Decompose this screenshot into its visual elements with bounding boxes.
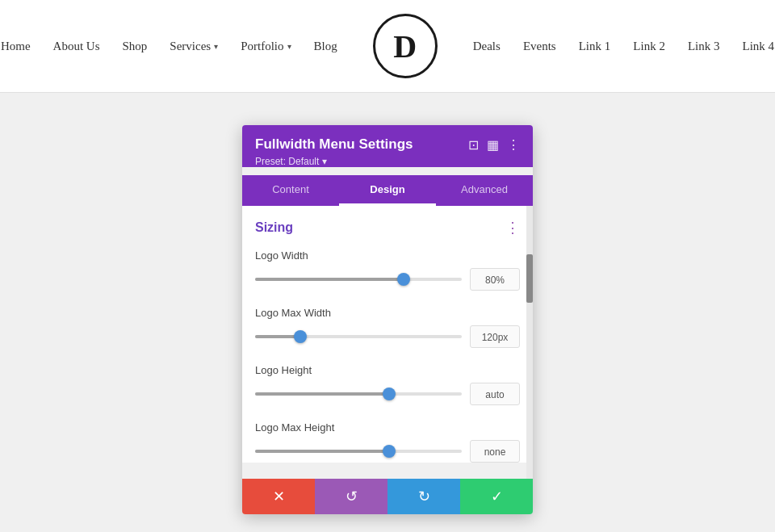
logo-max-width-slider-track[interactable]: [255, 335, 462, 338]
logo-max-height-label: Logo Max Height: [255, 421, 520, 434]
logo-width-thumb[interactable]: [397, 273, 410, 286]
logo-height-slider-track[interactable]: [255, 392, 462, 396]
nav-item-link4[interactable]: Link 4: [742, 40, 774, 53]
main-content: Fullwidth Menu Settings ⊡ ▦ ⋮ Preset: De…: [0, 93, 775, 532]
nav-item-deals[interactable]: Deals: [473, 40, 501, 53]
nav-item-events[interactable]: Events: [523, 40, 556, 53]
nav-item-services[interactable]: Services ▾: [170, 40, 218, 53]
logo-max-width-row: Logo Max Width 120px: [255, 307, 520, 348]
logo-height-fill: [255, 392, 389, 396]
more-icon[interactable]: ⋮: [507, 137, 520, 153]
logo-max-height-value[interactable]: none: [470, 440, 520, 463]
logo-max-height-thumb[interactable]: [383, 445, 396, 458]
logo-max-height-slider-track[interactable]: [255, 450, 462, 453]
nav-item-link2[interactable]: Link 2: [633, 40, 665, 53]
panel-body: Sizing ⋮ Logo Width 80%: [242, 206, 533, 463]
logo-max-width-label: Logo Max Width: [255, 307, 520, 319]
logo-max-height-control: none: [255, 440, 520, 463]
panel-title: Fullwidth Menu Settings: [255, 136, 413, 153]
panel-footer: ✕ ↺ ↻ ✓: [242, 479, 533, 514]
nav-item-blog[interactable]: Blog: [314, 40, 337, 53]
logo-width-label: Logo Width: [255, 249, 520, 262]
navbar: Home About Us Shop Services ▾ Portfolio …: [0, 0, 775, 93]
panel-icons: ⊡ ▦ ⋮: [468, 137, 520, 153]
panel-preset[interactable]: Preset: Default ▾: [255, 156, 520, 167]
redo-button[interactable]: ↻: [388, 479, 460, 514]
logo-width-value[interactable]: 80%: [470, 268, 520, 291]
section-header: Sizing ⋮: [255, 219, 520, 237]
reset-button[interactable]: ↺: [315, 479, 388, 514]
scrollbar-track[interactable]: [526, 206, 533, 479]
panel-body-wrapper: Sizing ⋮ Logo Width 80%: [242, 206, 533, 479]
logo-width-slider-track[interactable]: [255, 278, 462, 281]
logo-max-width-control: 120px: [255, 325, 520, 348]
logo-height-thumb[interactable]: [383, 387, 396, 400]
logo-max-width-thumb[interactable]: [294, 330, 307, 343]
tab-content[interactable]: Content: [242, 175, 339, 206]
section-title: Sizing: [255, 220, 293, 235]
scrollbar-thumb[interactable]: [526, 254, 533, 303]
settings-panel: Fullwidth Menu Settings ⊡ ▦ ⋮ Preset: De…: [242, 125, 533, 514]
logo-height-value[interactable]: auto: [470, 383, 520, 405]
panel-header: Fullwidth Menu Settings ⊡ ▦ ⋮ Preset: De…: [242, 125, 533, 167]
tab-design[interactable]: Design: [339, 175, 436, 206]
nav-item-about[interactable]: About Us: [53, 40, 100, 53]
logo-height-row: Logo Height auto: [255, 364, 520, 405]
panel-tabs: Content Design Advanced: [242, 175, 533, 206]
logo-width-row: Logo Width 80%: [255, 249, 520, 291]
logo-circle: D: [373, 14, 438, 78]
tab-advanced[interactable]: Advanced: [436, 175, 533, 206]
logo-max-width-value[interactable]: 120px: [470, 325, 520, 348]
nav-item-shop[interactable]: Shop: [123, 40, 148, 53]
nav-items: Home About Us Shop Services ▾ Portfolio …: [1, 14, 774, 78]
logo-width-fill: [255, 278, 404, 281]
nav-item-portfolio[interactable]: Portfolio ▾: [241, 40, 291, 53]
save-button[interactable]: ✓: [460, 479, 533, 514]
section-menu-icon[interactable]: ⋮: [505, 219, 520, 237]
nav-item-link1[interactable]: Link 1: [579, 40, 611, 53]
columns-icon[interactable]: ▦: [487, 137, 499, 153]
nav-item-home[interactable]: Home: [1, 40, 31, 53]
resize-icon[interactable]: ⊡: [468, 137, 479, 153]
logo-height-control: auto: [255, 383, 520, 405]
chevron-down-icon: ▾: [287, 42, 291, 51]
cancel-button[interactable]: ✕: [242, 479, 315, 514]
logo-max-height-fill: [255, 450, 389, 453]
logo-width-control: 80%: [255, 268, 520, 291]
nav-item-link3[interactable]: Link 3: [688, 40, 720, 53]
logo-height-label: Logo Height: [255, 364, 520, 376]
logo-max-height-row: Logo Max Height none: [255, 421, 520, 463]
chevron-down-icon: ▾: [214, 42, 218, 51]
